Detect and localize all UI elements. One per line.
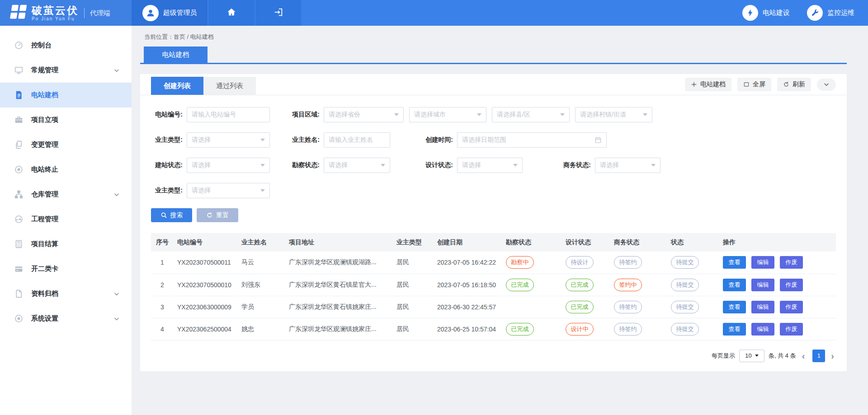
- user-menu[interactable]: 超级管理员: [132, 0, 208, 26]
- filter-select[interactable]: 请选择: [457, 158, 523, 173]
- filter-select[interactable]: 请选择: [187, 158, 270, 173]
- current-page[interactable]: 1: [812, 350, 825, 362]
- filter-select[interactable]: 请选择: [187, 132, 270, 148]
- status-cell: 签约中: [610, 274, 667, 296]
- card-toolbar: 电站建档全屏刷新: [685, 78, 836, 94]
- filter-select[interactable]: 请选择: [324, 158, 390, 173]
- status-cell: 待签约: [610, 252, 667, 274]
- status-cell: [502, 296, 562, 318]
- search-icon: [160, 212, 167, 219]
- tab-passed-list[interactable]: 通过列表: [203, 77, 256, 95]
- toolbar-fullscreen-button[interactable]: 全屏: [737, 78, 771, 91]
- status-cell: 已完成: [562, 274, 610, 296]
- filter-input[interactable]: 请输入电站编号: [187, 107, 270, 122]
- sidebar-item-label: 控制台: [31, 41, 120, 50]
- column-header: 项目地址: [285, 233, 393, 252]
- filter-row: 建站状态:请选择勘察状态:请选择设计状态:请选择商务状态:请选择: [151, 158, 836, 173]
- edit-button[interactable]: 编辑: [751, 279, 774, 291]
- filter-select[interactable]: 请选择: [595, 158, 660, 173]
- reset-button[interactable]: 重置: [197, 208, 238, 222]
- tab-create-list[interactable]: 创建列表: [151, 77, 203, 95]
- screen-icon: [743, 81, 750, 88]
- filter-form: 电站编号:请输入电站编号项目区域:请选择省份请选择城市请选择县/区请选择村镇/街…: [140, 95, 847, 198]
- sidebar-item-label: 项目立项: [31, 116, 120, 124]
- filter-input[interactable]: 请输入业主姓名: [324, 132, 390, 148]
- chevron-down-icon: [755, 354, 759, 357]
- edit-button[interactable]: 编辑: [751, 323, 774, 336]
- view-button[interactable]: 查看: [723, 301, 746, 313]
- status-cell: 待提交: [667, 252, 719, 274]
- toolbar-refresh-button[interactable]: 刷新: [777, 78, 811, 91]
- void-button[interactable]: 作废: [780, 279, 803, 291]
- void-button[interactable]: 作废: [780, 301, 803, 313]
- filter-select[interactable]: 请选择县/区: [492, 107, 570, 122]
- main-layout: 控制台常规管理电站建档项目立项变更管理电站终止仓库管理工程管理项目结算开二类卡资…: [0, 26, 868, 415]
- sidebar-item-general[interactable]: 常规管理: [0, 58, 132, 83]
- edit-button[interactable]: 编辑: [751, 256, 774, 269]
- logo-block: 破茧云伏 Po Jian Yun Fu 代理端: [0, 0, 132, 26]
- header-nav-station-build[interactable]: 电站建设: [742, 5, 790, 21]
- sidebar-item-station-stop[interactable]: 电站终止: [0, 157, 132, 182]
- placeholder-text: 请选择: [329, 161, 348, 169]
- toolbar-label: 电站建档: [700, 80, 726, 89]
- placeholder-text: 请选择城市: [414, 111, 446, 119]
- header-nav-monitor-ops[interactable]: 监控运维: [807, 5, 854, 21]
- view-button[interactable]: 查看: [723, 323, 746, 336]
- edit-button[interactable]: 编辑: [751, 301, 774, 313]
- page-size-select[interactable]: 10: [739, 350, 764, 362]
- table-row: 4YX2023062500004姚忠广东深圳龙华区观澜镇姚家庄...居民2023…: [151, 318, 836, 340]
- view-button[interactable]: 查看: [723, 256, 746, 269]
- logout-button[interactable]: [255, 0, 301, 26]
- sidebar-item-change-mgmt[interactable]: 变更管理: [0, 132, 132, 157]
- filter-select[interactable]: 请选择城市: [409, 107, 486, 122]
- filter-label: 业主类型:: [151, 187, 183, 195]
- status-badge: 待提交: [671, 323, 699, 336]
- placeholder-text: 请选择: [192, 136, 211, 144]
- table-body: 1YX2023070500011马云广东深圳龙华区观澜镇观湖路...居民2023…: [151, 252, 836, 340]
- sidebar-item-station-archive[interactable]: 电站建档: [0, 83, 132, 107]
- calendar-icon: [594, 136, 602, 144]
- void-button[interactable]: 作废: [780, 256, 803, 269]
- sidebar-item-warehouse[interactable]: 仓库管理: [0, 182, 132, 207]
- column-header: 序号: [151, 233, 174, 252]
- status-badge: 已完成: [506, 279, 534, 291]
- filter-select[interactable]: 请选择省份: [324, 107, 404, 122]
- status-badge: 待提交: [671, 279, 699, 291]
- sidebar-item-card2[interactable]: 开二类卡: [0, 256, 132, 281]
- caret-down-icon: [643, 113, 647, 116]
- row-index: 3: [151, 296, 174, 318]
- plus-icon: [691, 81, 697, 88]
- toolbar-collapse-button[interactable]: [817, 79, 836, 91]
- created-date: 2023-07-05 16:18:50: [434, 274, 502, 296]
- filter-select[interactable]: 请选择: [187, 183, 270, 198]
- row-index: 2: [151, 274, 174, 296]
- page-tab-station-archive[interactable]: 电站建档: [144, 47, 208, 63]
- home-button[interactable]: [208, 0, 255, 26]
- filter-date[interactable]: 请选择日期范围: [457, 132, 607, 148]
- logout-icon: [274, 7, 283, 19]
- header-nav: 电站建设监控运维: [742, 0, 868, 26]
- sidebar-item-data-archive[interactable]: 资料归档: [0, 281, 132, 306]
- view-button[interactable]: 查看: [723, 279, 746, 291]
- placeholder-text: 请输入业主姓名: [329, 136, 373, 144]
- sidebar-item-engineering[interactable]: 工程管理: [0, 207, 132, 232]
- sidebar-item-project-init[interactable]: 项目立项: [0, 107, 132, 132]
- filter-select[interactable]: 请选择村镇/街道: [575, 107, 652, 122]
- column-header: 操作: [719, 233, 836, 252]
- filter-row: 电站编号:请输入电站编号项目区域:请选择省份请选择城市请选择县/区请选择村镇/街…: [151, 107, 836, 122]
- prev-page-button[interactable]: ‹: [800, 351, 807, 360]
- sidebar-item-settlement[interactable]: 项目结算: [0, 232, 132, 256]
- next-page-button[interactable]: ›: [829, 351, 836, 360]
- search-label: 搜索: [170, 211, 183, 219]
- sidebar-item-system[interactable]: 系统设置: [0, 306, 132, 331]
- station-code: YX2023062500004: [174, 318, 238, 340]
- filter-label: 设计状态:: [421, 161, 453, 169]
- void-button[interactable]: 作废: [780, 323, 803, 336]
- filter-label: 项目区域:: [288, 111, 320, 119]
- actions-cell: 查看编辑作废: [719, 274, 836, 296]
- placeholder-text: 请选择: [192, 161, 211, 169]
- search-button[interactable]: 搜索: [151, 208, 192, 222]
- toolbar-station-archive-button[interactable]: 电站建档: [685, 78, 731, 91]
- sidebar-item-console[interactable]: 控制台: [0, 33, 132, 58]
- status-cell: 设计中: [562, 318, 610, 340]
